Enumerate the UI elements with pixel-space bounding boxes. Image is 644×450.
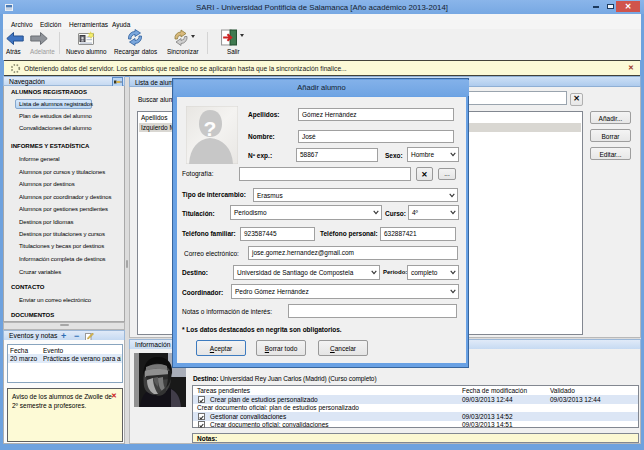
svg-text:?: ? <box>204 117 217 140</box>
